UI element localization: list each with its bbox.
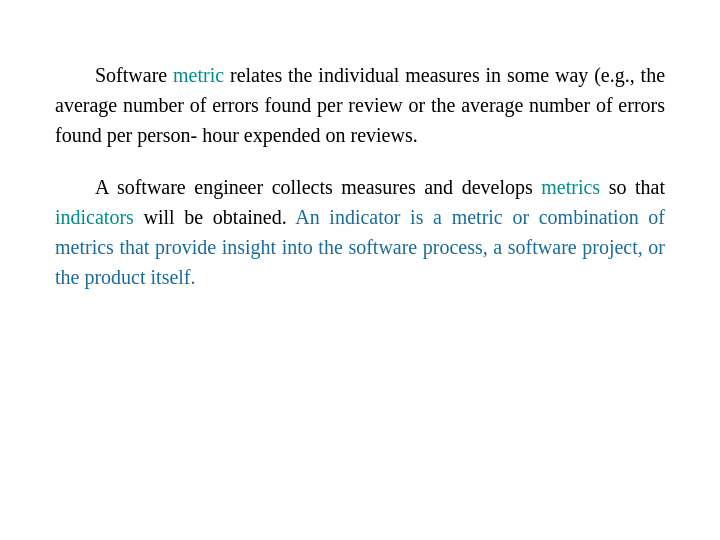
- paragraph-2: A software engineer collects measures an…: [55, 172, 665, 292]
- text-metric: metric: [173, 64, 224, 86]
- content-area: Software metric relates the individual m…: [0, 0, 720, 354]
- paragraph-1: Software metric relates the individual m…: [55, 60, 665, 150]
- text-software: Software: [95, 64, 173, 86]
- text-metrics: metrics: [541, 176, 600, 198]
- text-indicators: indicators: [55, 206, 134, 228]
- text-a-software: A software engineer collects measures an…: [95, 176, 541, 198]
- text-will-be: will be obtained.: [134, 206, 295, 228]
- text-so-that: so that: [600, 176, 665, 198]
